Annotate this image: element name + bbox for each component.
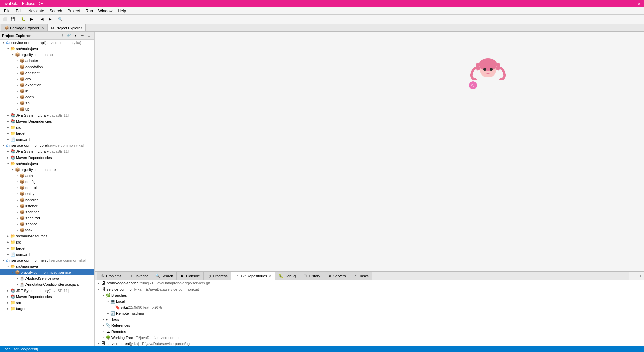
tab-debug[interactable]: 🐛 Debug <box>275 272 299 280</box>
debug-button[interactable]: 🐛 <box>20 16 27 23</box>
tree-item-sca-pkg[interactable]: ▾📦org.city.common.api <box>0 52 94 58</box>
tree-arrow-scc-target[interactable]: ▸ <box>6 247 10 250</box>
minimize-bottom-button[interactable]: ─ <box>631 273 637 279</box>
tree-arrow-sca-annotation[interactable]: ▸ <box>15 65 19 69</box>
tree-item-scc-service[interactable]: ▸📦service <box>0 221 94 227</box>
tab-tasks[interactable]: ✓ Tasks <box>350 272 372 280</box>
tree-item-scc-jre[interactable]: ▸📚JRE System Library [JavaSE-11] <box>0 148 94 155</box>
tree-item-scm[interactable]: ▾🗂service-common-mysql [service-common y… <box>0 257 94 263</box>
tree-item-scc-pom[interactable]: ▸📄pom.xml <box>0 251 94 257</box>
tree-item-sca-maven[interactable]: ▸📚Maven Dependencies <box>0 118 94 124</box>
search-button[interactable]: 🔍 <box>57 16 64 23</box>
tree-arrow-scc[interactable]: ▾ <box>1 144 5 147</box>
tree-item-sca[interactable]: ▾🗂service-common-api [service-common yik… <box>0 40 94 46</box>
menu-project[interactable]: Project <box>65 8 83 14</box>
tree-item-scm-maven[interactable]: ▸📚Maven Dependencies <box>0 294 94 300</box>
git-item-sc-remotes[interactable]: ▸☁Remotes <box>95 328 644 335</box>
tab-close-package[interactable]: ✕ <box>41 26 44 30</box>
menu-help[interactable]: Help <box>115 8 129 14</box>
tree-item-scc-handler[interactable]: ▸📦handler <box>0 197 94 203</box>
menu-navigate[interactable]: Navigate <box>25 8 47 14</box>
tree-arrow-scc-src2[interactable]: ▸ <box>6 240 10 244</box>
tree-arrow-scc-auth[interactable]: ▸ <box>15 174 19 177</box>
tree-item-scc-srcres[interactable]: ▸📂src/main/resources <box>0 233 94 239</box>
tree-arrow-scc-maven[interactable]: ▸ <box>6 156 10 159</box>
explorer-menu-button[interactable]: ▾ <box>72 33 78 39</box>
close-button[interactable]: ✕ <box>637 1 641 6</box>
forward-button[interactable]: ▶ <box>46 16 54 23</box>
maximize-bottom-button[interactable]: □ <box>637 273 643 279</box>
back-button[interactable]: ◀ <box>38 16 46 23</box>
tree-item-scc-entity[interactable]: ▸📦entity <box>0 191 94 197</box>
tree-item-sca-annotation[interactable]: ▸📦annotation <box>0 64 94 70</box>
tree-item-sca-spi[interactable]: ▸📦spi <box>0 100 94 106</box>
git-arrow-sc-references[interactable]: ▸ <box>101 324 105 327</box>
tree-item-sca-adapter[interactable]: ▸📦adapter <box>0 58 94 64</box>
tree-item-scc-target[interactable]: ▸📁target <box>0 245 94 251</box>
tree-item-sca-pom[interactable]: ▸📄pom.xml <box>0 136 94 142</box>
git-item-sc-tags[interactable]: ▸🏷Tags <box>95 316 644 322</box>
tab-javadoc[interactable]: J Javadoc <box>125 272 152 280</box>
minimize-button[interactable]: ─ <box>625 1 629 6</box>
git-arrow-sc-working-tree[interactable]: ▸ <box>101 336 105 339</box>
maximize-panel-button[interactable]: □ <box>86 33 92 39</box>
tree-arrow-scc-config[interactable]: ▸ <box>15 180 19 183</box>
tree-item-scc-listener[interactable]: ▸📦listener <box>0 203 94 209</box>
tab-search[interactable]: 🔍 Search <box>152 272 177 280</box>
tree-item-scc-auth[interactable]: ▸📦auth <box>0 173 94 179</box>
menu-run[interactable]: Run <box>83 8 96 14</box>
maximize-button[interactable]: □ <box>631 1 635 6</box>
tree-item-scc-src[interactable]: ▾📂src/main/java <box>0 161 94 167</box>
tree-arrow-scc-controller[interactable]: ▸ <box>15 186 19 189</box>
tree-item-scc-serializer[interactable]: ▸📦serializer <box>0 215 94 221</box>
tree-item-scc-config[interactable]: ▸📦config <box>0 179 94 185</box>
tree-item-scc-controller[interactable]: ▸📦controller <box>0 185 94 191</box>
tree-arrow-sca-adapter[interactable]: ▸ <box>15 59 19 62</box>
tree-arrow-scc-src[interactable]: ▾ <box>6 162 10 165</box>
menu-edit[interactable]: Edit <box>13 8 25 14</box>
tab-project-explorer[interactable]: 🗂 Project Explorer <box>48 24 86 31</box>
tree-arrow-scm-src2[interactable]: ▸ <box>6 301 10 304</box>
git-tab-close[interactable]: ✕ <box>269 274 272 278</box>
tree-item-scc-pkg[interactable]: ▾📦org.city.common.core <box>0 167 94 173</box>
tree-item-scm-target[interactable]: ▸📁target <box>0 306 94 312</box>
tab-history[interactable]: ⊡ History <box>299 272 324 280</box>
menu-file[interactable]: File <box>1 8 13 14</box>
tree-item-scm-src2[interactable]: ▸📁src <box>0 300 94 306</box>
git-arrow-service-parent[interactable]: ▾ <box>97 342 101 345</box>
git-arrow-sc-branches[interactable]: ▾ <box>101 294 105 297</box>
tab-git-repositories[interactable]: ⑂ Git Repositories ✕ <box>231 272 275 280</box>
tree-arrow-sca-in[interactable]: ▸ <box>15 89 19 93</box>
tree-item-sca-in[interactable]: ▸📦in <box>0 88 94 94</box>
tree-arrow-sca-spi[interactable]: ▸ <box>15 101 19 105</box>
link-with-editor-button[interactable]: 🔗 <box>66 33 72 39</box>
git-item-sc-yika[interactable]: 🔖yika 22c9d90 feat: 大改版 <box>95 304 644 310</box>
tree-arrow-scc-srcres[interactable]: ▸ <box>6 234 10 238</box>
tree-item-sca-util[interactable]: ▸📦util <box>0 106 94 112</box>
git-arrow-sc-local[interactable]: ▾ <box>106 300 110 303</box>
tree-arrow-sca-constant[interactable]: ▸ <box>15 71 19 75</box>
tree-arrow-sca-util[interactable]: ▸ <box>15 107 19 111</box>
git-arrow-service-common[interactable]: ▾ <box>97 288 101 291</box>
tab-console[interactable]: ▶ Console <box>177 272 203 280</box>
git-item-sc-working-tree[interactable]: ▸🌳Working Tree - E:\javaData\service-com… <box>95 335 644 341</box>
git-arrow-sc-tags[interactable]: ▸ <box>101 318 105 321</box>
tab-servers[interactable]: ◈ Servers <box>324 272 350 280</box>
new-button[interactable]: ⬜ <box>1 16 9 23</box>
tree-arrow-sca-src2[interactable]: ▸ <box>6 126 10 129</box>
tree-arrow-scm-ann[interactable]: ▸ <box>15 283 19 286</box>
git-arrow-probe-edge[interactable]: ▸ <box>97 281 101 285</box>
tree-arrow-scm-src[interactable]: ▾ <box>6 265 10 268</box>
collapse-all-button[interactable]: ⬇ <box>59 33 65 39</box>
tree-item-scm-ann[interactable]: ▸☕AnnotationConditionService.java <box>0 281 94 288</box>
tab-problems[interactable]: ⚠ Problems <box>97 272 125 280</box>
tree-arrow-sca-src[interactable]: ▾ <box>6 47 10 50</box>
git-item-sc-branches[interactable]: ▾🌿Branches <box>95 292 644 298</box>
tree-arrow-sca-open[interactable]: ▸ <box>15 95 19 99</box>
tree-arrow-scc-handler[interactable]: ▸ <box>15 198 19 202</box>
tree-item-scm-jre[interactable]: ▸📚JRE System Library [JavaSE-11] <box>0 288 94 294</box>
tree-item-scm-pkg[interactable]: ▾📦org.city.common.mysql.service <box>0 269 94 275</box>
tree-arrow-scc-jre[interactable]: ▸ <box>6 150 10 153</box>
tree-item-scm-abs[interactable]: ▸☕AbstractService.java <box>0 275 94 281</box>
tree-arrow-scm-abs[interactable]: ▸ <box>15 277 19 280</box>
